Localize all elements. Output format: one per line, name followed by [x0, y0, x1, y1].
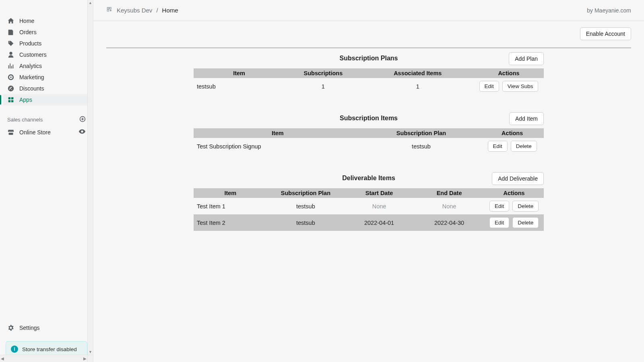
- delete-button[interactable]: Delete: [511, 141, 537, 152]
- sidebar-item-label: Products: [19, 40, 41, 47]
- sidebar-item-orders[interactable]: Orders: [3, 27, 90, 38]
- edit-button[interactable]: Edit: [479, 81, 499, 92]
- enable-account-button[interactable]: Enable Account: [580, 27, 631, 40]
- view-subs-button[interactable]: View Subs: [502, 81, 539, 92]
- apps-icon: [7, 96, 14, 103]
- scroll-left-icon[interactable]: ◀: [1, 356, 4, 361]
- cell-associated: 1: [362, 78, 474, 95]
- section-subscription-plans: Subscription Plans Add Plan Item Subscri…: [194, 52, 544, 95]
- sidebar-item-label: Customers: [19, 51, 47, 58]
- cell-item: Test Item 2: [194, 214, 267, 231]
- edit-button[interactable]: Edit: [488, 141, 508, 152]
- divider: [106, 47, 631, 48]
- sidebar-item-settings[interactable]: Settings: [3, 322, 90, 334]
- sidebar-item-analytics[interactable]: Analytics: [3, 60, 90, 72]
- col-actions: Actions: [481, 128, 544, 138]
- cell-plan: testsub: [267, 214, 344, 231]
- cell-plan: testsub: [362, 138, 481, 154]
- sidebar-item-label: Apps: [19, 97, 32, 103]
- cell-start: None: [344, 198, 414, 214]
- delete-button[interactable]: Delete: [512, 217, 539, 228]
- breadcrumb-current: Home: [162, 7, 178, 14]
- col-plan: Subscription Plan: [362, 128, 481, 138]
- sidebar-item-label: Analytics: [19, 63, 42, 69]
- cell-end: None: [414, 198, 484, 214]
- cell-subscriptions: 1: [285, 78, 361, 95]
- settings-label: Settings: [19, 325, 40, 331]
- table-row: testsub 1 1 Edit View Subs: [194, 78, 544, 95]
- analytics-icon: [7, 62, 14, 70]
- channel-online-store[interactable]: Online Store: [0, 126, 93, 138]
- sidebar-item-customers[interactable]: Customers: [3, 49, 90, 60]
- sidebar-item-home[interactable]: Home: [3, 15, 90, 27]
- sidebar-item-label: Marketing: [19, 74, 44, 80]
- sidebar-item-marketing[interactable]: Marketing: [3, 72, 90, 83]
- col-subscriptions: Subscriptions: [285, 68, 361, 78]
- col-actions: Actions: [484, 188, 544, 198]
- gear-icon: [7, 324, 14, 331]
- cell-item: Test Subscription Signup: [194, 138, 362, 154]
- info-icon: i: [11, 346, 18, 353]
- discount-icon: [7, 85, 14, 92]
- cell-start: 2022-04-01: [344, 214, 414, 231]
- channels-header-label: Sales channels: [7, 117, 43, 123]
- table-row: Test Item 2 testsub 2022-04-01 2022-04-3…: [194, 214, 544, 231]
- col-actions: Actions: [474, 68, 544, 78]
- edit-button[interactable]: Edit: [489, 201, 509, 212]
- scroll-right-icon[interactable]: ▶: [83, 356, 87, 361]
- section-title: Deliverable Items: [342, 172, 395, 182]
- sidebar-item-label: Orders: [19, 29, 37, 35]
- col-end: End Date: [414, 188, 484, 198]
- sidebar: Home Orders Products Customers Analytics: [0, 0, 93, 362]
- deliverables-table: Item Subscription Plan Start Date End Da…: [194, 188, 544, 231]
- scroll-down-icon[interactable]: ▼: [88, 349, 93, 355]
- horizontal-scrollbar[interactable]: ◀ ▶: [0, 355, 87, 362]
- eye-icon[interactable]: [78, 128, 86, 136]
- scroll-up-icon[interactable]: ▲: [88, 0, 93, 6]
- section-title: Subscription Plans: [340, 52, 398, 62]
- store-icon: [7, 129, 14, 136]
- add-item-button[interactable]: Add Item: [509, 112, 544, 125]
- col-item: Item: [194, 68, 285, 78]
- tag-icon: [7, 40, 14, 47]
- breadcrumb-app[interactable]: Keysubs Dev: [117, 7, 152, 14]
- col-start: Start Date: [344, 188, 414, 198]
- target-icon: [7, 74, 14, 81]
- notice-text: Store transfer disabled: [22, 346, 77, 352]
- section-title: Subscription Items: [340, 112, 398, 122]
- add-channel-icon[interactable]: [79, 116, 86, 123]
- add-plan-button[interactable]: Add Plan: [509, 52, 544, 65]
- vertical-scrollbar[interactable]: ▲ ▼: [87, 0, 93, 355]
- home-icon: [7, 17, 14, 25]
- col-associated: Associated Items: [362, 68, 474, 78]
- cell-plan: testsub: [267, 198, 344, 214]
- delete-button[interactable]: Delete: [512, 201, 539, 212]
- person-icon: [7, 51, 14, 58]
- brand-label: by Maeyanie.com: [587, 7, 631, 14]
- breadcrumb-separator: /: [156, 7, 158, 14]
- sidebar-item-discounts[interactable]: Discounts: [3, 83, 90, 94]
- sidebar-item-products[interactable]: Products: [3, 38, 90, 49]
- sidebar-item-label: Discounts: [19, 85, 44, 92]
- channel-label: Online Store: [19, 129, 51, 136]
- cell-item: testsub: [194, 78, 285, 95]
- section-subscription-items: Subscription Items Add Item Item Subscri…: [194, 112, 544, 154]
- orders-icon: [7, 29, 14, 36]
- sidebar-item-label: Home: [19, 18, 34, 24]
- sidebar-item-apps[interactable]: Apps: [3, 94, 90, 105]
- section-deliverable-items: Deliverable Items Add Deliverable Item S…: [194, 172, 544, 231]
- col-item: Item: [194, 128, 362, 138]
- edit-button[interactable]: Edit: [489, 217, 509, 228]
- col-item: Item: [194, 188, 267, 198]
- table-row: Test Item 1 testsub None None Edit Delet…: [194, 198, 544, 214]
- cell-item: Test Item 1: [194, 198, 267, 214]
- breadcrumb: Keysubs Dev / Home: [106, 6, 178, 14]
- breadcrumb-app-icon: [106, 6, 113, 14]
- scrollbar-corner: [87, 355, 93, 362]
- main: Keysubs Dev / Home by Maeyanie.com Enabl…: [93, 0, 644, 362]
- col-plan: Subscription Plan: [267, 188, 344, 198]
- add-deliverable-button[interactable]: Add Deliverable: [492, 172, 544, 185]
- table-row: Test Subscription Signup testsub Edit De…: [194, 138, 544, 154]
- channels-header: Sales channels: [0, 113, 93, 126]
- topbar: Keysubs Dev / Home by Maeyanie.com: [93, 0, 644, 21]
